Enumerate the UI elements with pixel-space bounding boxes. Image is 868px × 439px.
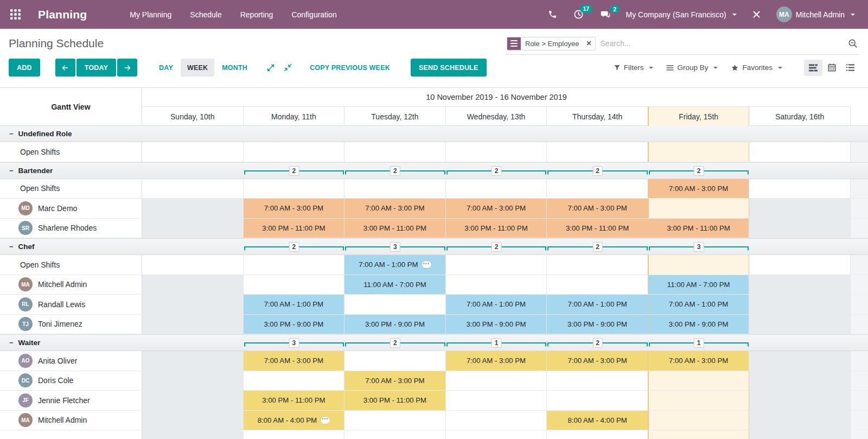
empty-cell[interactable] [446, 179, 547, 199]
shift-cell[interactable]: 7:00 AM - 3:00 PM [446, 351, 547, 371]
empty-cell[interactable] [142, 179, 244, 199]
tools-icon[interactable] [746, 7, 767, 22]
shift-cell[interactable]: 8:00 AM - 4:00 PM••• [244, 411, 345, 431]
shift-cell[interactable]: 7:00 AM - 1:00 PM [648, 295, 750, 315]
shift-cell[interactable]: 11:00 AM - 7:00 PM [648, 275, 750, 295]
shift-cell[interactable]: 7:00 AM - 3:00 PM [648, 351, 750, 371]
empty-cell[interactable] [142, 391, 244, 411]
empty-cell[interactable] [446, 411, 547, 431]
empty-cell[interactable] [142, 142, 244, 162]
empty-cell[interactable] [244, 255, 345, 275]
empty-cell[interactable] [547, 391, 648, 411]
day-header[interactable]: Tuesday, 12th [344, 107, 446, 126]
add-button[interactable]: ADD [9, 59, 40, 77]
empty-cell[interactable] [142, 255, 244, 275]
empty-cell[interactable] [142, 351, 244, 371]
day-header[interactable]: Thursday, 14th [547, 107, 648, 126]
shift-cell[interactable]: 7:00 AM - 3:00 PM [547, 199, 648, 219]
calendar-view-button[interactable] [822, 60, 841, 76]
shift-cell[interactable]: 7:00 AM - 1:00 PM [244, 295, 345, 315]
empty-cell[interactable] [749, 430, 851, 439]
empty-cell[interactable] [446, 275, 547, 295]
search-icon[interactable] [847, 38, 858, 49]
menu-reporting[interactable]: Reporting [233, 6, 280, 23]
shift-cell[interactable]: 3:00 PM - 9:00 PM [547, 315, 648, 335]
empty-cell[interactable] [244, 275, 345, 295]
gantt-view-button[interactable] [804, 60, 822, 76]
send-schedule-button[interactable]: SEND SCHEDULE [411, 59, 487, 77]
apps-menu-icon[interactable] [0, 0, 30, 29]
empty-cell[interactable] [547, 371, 648, 391]
empty-cell[interactable] [344, 179, 446, 199]
groupby-dropdown[interactable]: Group By [661, 60, 723, 75]
empty-cell[interactable] [142, 275, 244, 295]
shift-cell[interactable]: 3:00 PM - 11:00 PM [446, 219, 547, 239]
empty-cell[interactable] [648, 255, 750, 275]
empty-cell[interactable] [749, 411, 851, 431]
empty-cell[interactable] [648, 391, 750, 411]
menu-my-planning[interactable]: My Planning [123, 6, 178, 23]
empty-cell[interactable] [547, 255, 648, 275]
shift-cell[interactable]: 3:00 PM - 9:00 PM [244, 315, 345, 335]
list-view-button[interactable] [841, 60, 859, 76]
phone-icon[interactable] [542, 7, 563, 22]
filters-dropdown[interactable]: Filters [608, 60, 659, 75]
expand-rows-icon[interactable] [263, 63, 279, 72]
empty-cell[interactable] [648, 371, 750, 391]
empty-cell[interactable] [648, 411, 750, 431]
empty-cell[interactable] [446, 391, 547, 411]
empty-cell[interactable] [749, 295, 851, 315]
empty-cell[interactable] [749, 391, 851, 411]
shift-cell[interactable]: 11:00 AM - 7:00 PM [344, 275, 446, 295]
empty-cell[interactable] [749, 219, 851, 239]
empty-cell[interactable] [547, 275, 648, 295]
shift-cell[interactable]: 3:00 PM - 11:00 PM [244, 219, 345, 239]
shift-cell[interactable]: 7:00 AM - 3:00 PM [648, 179, 750, 199]
empty-cell[interactable] [648, 142, 750, 162]
shift-cell[interactable]: 8:00 AM - 4:00 PM [547, 411, 648, 431]
empty-cell[interactable] [749, 371, 851, 391]
day-header[interactable]: Friday, 15th [648, 107, 750, 126]
shift-cell[interactable]: 3:00 PM - 11:00 PM [547, 219, 648, 239]
group-header-toggle[interactable]: −Bartender [0, 163, 142, 179]
empty-cell[interactable] [344, 295, 446, 315]
shift-cell[interactable]: 3:00 PM - 11:00 PM [244, 391, 345, 411]
empty-cell[interactable] [547, 430, 648, 439]
empty-cell[interactable] [547, 179, 648, 199]
empty-cell[interactable] [142, 315, 244, 335]
shift-cell[interactable]: 7:00 AM - 3:00 PM [446, 199, 547, 219]
menu-schedule[interactable]: Schedule [183, 6, 228, 23]
empty-cell[interactable] [648, 430, 750, 439]
shift-cell[interactable]: 3:00 PM - 9:00 PM [648, 315, 750, 335]
empty-cell[interactable] [344, 351, 446, 371]
group-header-toggle[interactable]: −Undefined Role [0, 126, 142, 142]
shift-cell[interactable]: 3:00 PM - 11:00 PM [648, 219, 750, 239]
empty-cell[interactable] [344, 430, 446, 439]
collapse-rows-icon[interactable] [280, 63, 296, 72]
favorites-dropdown[interactable]: Favorites [725, 60, 788, 75]
empty-cell[interactable] [749, 351, 851, 371]
empty-cell[interactable] [749, 142, 851, 162]
empty-cell[interactable] [749, 315, 851, 335]
app-brand[interactable]: Planning [38, 8, 87, 21]
empty-cell[interactable] [244, 179, 345, 199]
empty-cell[interactable] [142, 371, 244, 391]
group-header-toggle[interactable]: −Waiter [0, 335, 142, 351]
shift-cell[interactable]: 7:00 AM - 3:00 PM [244, 351, 345, 371]
scale-month-button[interactable]: MONTH [215, 59, 254, 77]
prev-week-button[interactable] [55, 59, 75, 77]
messages-icon[interactable]: 2 [595, 7, 616, 23]
empty-cell[interactable] [749, 255, 851, 275]
shift-cell[interactable]: 3:00 PM - 11:00 PM [344, 391, 446, 411]
copy-previous-week-button[interactable]: COPY PREVIOUS WEEK [304, 59, 395, 77]
empty-cell[interactable] [446, 255, 547, 275]
shift-cell[interactable]: 7:00 AM - 3:00 PM [344, 371, 446, 391]
empty-cell[interactable] [446, 371, 547, 391]
shift-cell[interactable]: 7:00 AM - 3:00 PM [244, 199, 345, 219]
empty-cell[interactable] [446, 142, 547, 162]
empty-cell[interactable] [648, 199, 750, 219]
user-menu[interactable]: MA Mitchell Admin [772, 3, 859, 26]
empty-cell[interactable] [142, 219, 244, 239]
shift-cell[interactable]: 7:00 AM - 3:00 PM [344, 199, 446, 219]
shift-cell[interactable]: 7:00 AM - 1:00 PM [547, 295, 648, 315]
